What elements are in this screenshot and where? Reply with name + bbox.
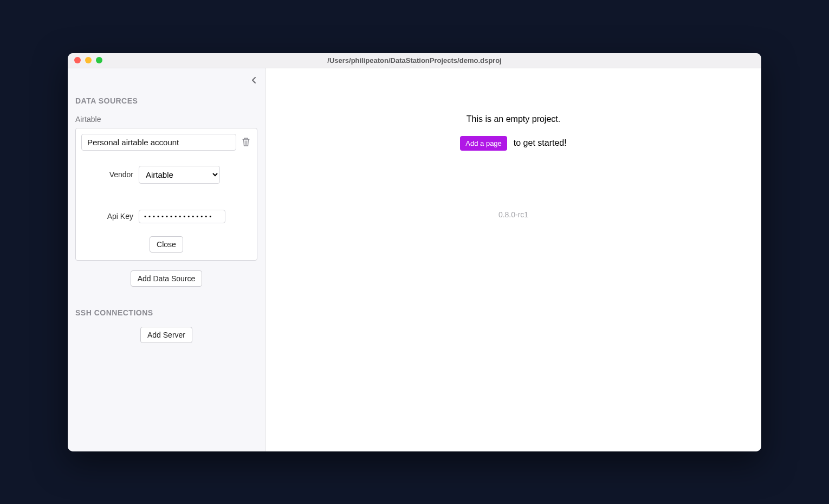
vendor-row: Vendor Airtable bbox=[81, 166, 251, 184]
titlebar: /Users/philipeaton/DataStationProjects/d… bbox=[68, 53, 761, 68]
chevron-left-icon bbox=[251, 76, 257, 84]
data-source-name-row bbox=[81, 134, 251, 151]
data-source-type-label: Airtable bbox=[75, 115, 257, 124]
trash-icon bbox=[242, 137, 250, 147]
api-key-row: Api Key bbox=[81, 210, 251, 223]
ssh-connections-heading: SSH CONNECTIONS bbox=[75, 308, 257, 317]
data-sources-heading: DATA SOURCES bbox=[75, 96, 257, 105]
add-server-row: Add Server bbox=[75, 327, 257, 343]
add-server-button[interactable]: Add Server bbox=[140, 327, 192, 343]
close-row: Close bbox=[81, 236, 251, 253]
close-window-icon[interactable] bbox=[74, 57, 81, 63]
empty-action-row: Add a page to get started! bbox=[265, 136, 761, 151]
vendor-label: Vendor bbox=[81, 170, 133, 179]
vendor-select[interactable]: Airtable bbox=[139, 166, 220, 184]
api-key-input[interactable] bbox=[139, 210, 225, 223]
empty-state: This is an empty project. Add a page to … bbox=[265, 114, 761, 219]
maximize-window-icon[interactable] bbox=[96, 57, 102, 63]
api-key-label: Api Key bbox=[81, 212, 133, 221]
get-started-text: to get started! bbox=[514, 138, 567, 148]
add-page-button[interactable]: Add a page bbox=[460, 136, 507, 151]
window-title: /Users/philipeaton/DataStationProjects/d… bbox=[73, 56, 756, 64]
add-data-source-row: Add Data Source bbox=[75, 270, 257, 287]
version-label: 0.8.0-rc1 bbox=[265, 210, 761, 219]
data-source-card: Vendor Airtable Api Key Close bbox=[75, 128, 257, 261]
delete-data-source-button[interactable] bbox=[241, 136, 251, 148]
traffic-lights bbox=[74, 57, 102, 63]
main-content: This is an empty project. Add a page to … bbox=[265, 68, 761, 451]
sidebar: DATA SOURCES Airtable Vendor Airtable bbox=[68, 68, 265, 451]
empty-project-text: This is an empty project. bbox=[265, 114, 761, 124]
collapse-sidebar-button[interactable] bbox=[248, 74, 261, 87]
data-source-name-input[interactable] bbox=[81, 134, 236, 151]
minimize-window-icon[interactable] bbox=[85, 57, 92, 63]
close-button[interactable]: Close bbox=[150, 236, 183, 253]
app-body: DATA SOURCES Airtable Vendor Airtable bbox=[68, 68, 761, 451]
add-data-source-button[interactable]: Add Data Source bbox=[131, 270, 203, 287]
app-window: /Users/philipeaton/DataStationProjects/d… bbox=[68, 53, 761, 451]
